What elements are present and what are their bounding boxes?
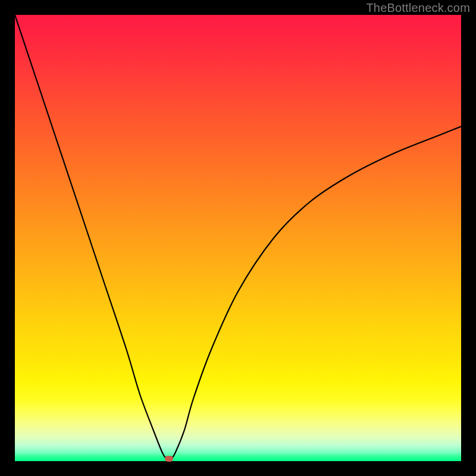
optimal-point-marker <box>165 456 173 462</box>
bottleneck-curve <box>15 15 461 461</box>
chart-frame: TheBottleneck.com <box>0 0 476 476</box>
watermark-text: TheBottleneck.com <box>366 1 470 15</box>
plot-area <box>15 15 461 461</box>
